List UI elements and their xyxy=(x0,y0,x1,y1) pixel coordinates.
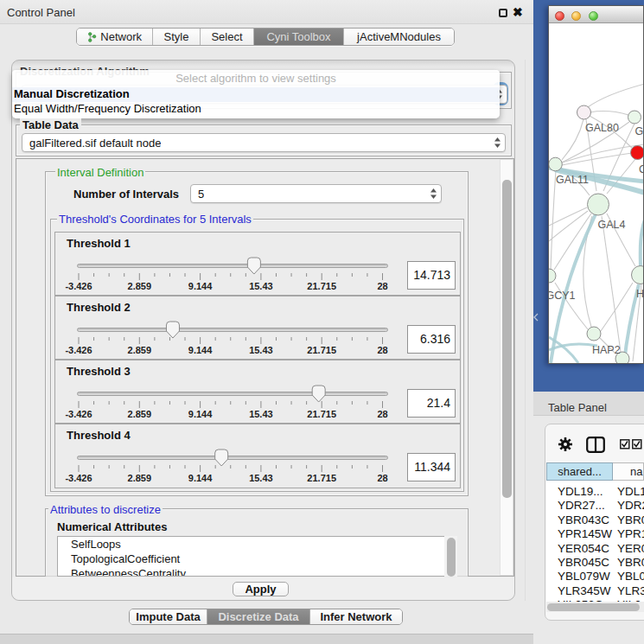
svg-text:C: C xyxy=(639,163,643,175)
svg-text:HAP2: HAP2 xyxy=(592,344,621,356)
svg-text:GAL4: GAL4 xyxy=(598,219,626,231)
svg-text:GCY1: GCY1 xyxy=(549,290,576,302)
svg-text:GA: GA xyxy=(635,125,644,137)
svg-text:GAL11: GAL11 xyxy=(556,174,589,186)
svg-text:GAL80: GAL80 xyxy=(585,122,619,134)
svg-text:H: H xyxy=(636,288,643,300)
